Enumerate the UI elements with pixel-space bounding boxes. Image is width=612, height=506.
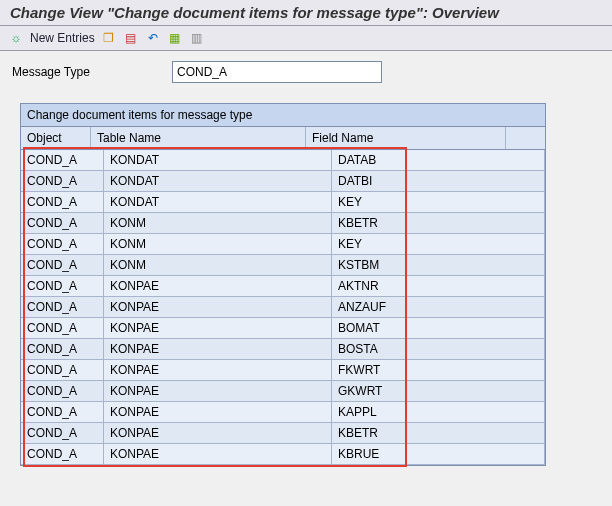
cell-field-name[interactable]: KEY bbox=[332, 192, 545, 212]
cell-field-name[interactable]: BOMAT bbox=[332, 318, 545, 338]
cell-field-name[interactable]: KBETR bbox=[332, 423, 545, 443]
cell-field-name[interactable]: BOSTA bbox=[332, 339, 545, 359]
cell-table-name[interactable]: KONDAT bbox=[104, 150, 332, 170]
cell-field-name[interactable]: DATAB bbox=[332, 150, 545, 170]
cell-object[interactable]: COND_A bbox=[21, 213, 104, 233]
cell-field-name[interactable]: GKWRT bbox=[332, 381, 545, 401]
cell-field-name[interactable]: KEY bbox=[332, 234, 545, 254]
table-row[interactable]: COND_AKONPAEGKWRT bbox=[21, 381, 545, 402]
cell-field-name[interactable]: FKWRT bbox=[332, 360, 545, 380]
table-row[interactable]: COND_AKONDATDATAB bbox=[21, 150, 545, 171]
cell-object[interactable]: COND_A bbox=[21, 171, 104, 191]
table-row[interactable]: COND_AKONMKEY bbox=[21, 234, 545, 255]
cell-table-name[interactable]: KONPAE bbox=[104, 318, 332, 338]
cell-object[interactable]: COND_A bbox=[21, 402, 104, 422]
cell-object[interactable]: COND_A bbox=[21, 360, 104, 380]
table-row[interactable]: COND_AKONPAEAKTNR bbox=[21, 276, 545, 297]
cell-table-name[interactable]: KONPAE bbox=[104, 297, 332, 317]
table-body: COND_AKONDATDATABCOND_AKONDATDATBICOND_A… bbox=[21, 150, 545, 465]
cell-object[interactable]: COND_A bbox=[21, 297, 104, 317]
col-table-name[interactable]: Table Name bbox=[91, 127, 306, 149]
undo-icon[interactable]: ↶ bbox=[145, 30, 161, 46]
cell-field-name[interactable]: KAPPL bbox=[332, 402, 545, 422]
table-row[interactable]: COND_AKONPAEBOMAT bbox=[21, 318, 545, 339]
message-type-row: Message Type bbox=[0, 51, 612, 103]
toolbar: ☼ New Entries ❐ ▤ ↶ ▦ ▥ bbox=[0, 26, 612, 51]
message-type-label: Message Type bbox=[12, 65, 162, 79]
table-row[interactable]: COND_AKONMKSTBM bbox=[21, 255, 545, 276]
cell-table-name[interactable]: KONPAE bbox=[104, 339, 332, 359]
cell-field-name[interactable]: KSTBM bbox=[332, 255, 545, 275]
cell-table-name[interactable]: KONPAE bbox=[104, 402, 332, 422]
table-row[interactable]: COND_AKONPAEKBRUE bbox=[21, 444, 545, 465]
delete-icon[interactable]: ▤ bbox=[123, 30, 139, 46]
cell-object[interactable]: COND_A bbox=[21, 255, 104, 275]
cell-table-name[interactable]: KONPAE bbox=[104, 423, 332, 443]
cell-table-name[interactable]: KONPAE bbox=[104, 276, 332, 296]
cell-object[interactable]: COND_A bbox=[21, 444, 104, 464]
cell-table-name[interactable]: KONM bbox=[104, 234, 332, 254]
cell-field-name[interactable]: KBRUE bbox=[332, 444, 545, 464]
cell-table-name[interactable]: KONDAT bbox=[104, 171, 332, 191]
page-title: Change View "Change document items for m… bbox=[0, 0, 612, 26]
table-row[interactable]: COND_AKONDATDATBI bbox=[21, 171, 545, 192]
cell-field-name[interactable]: AKTNR bbox=[332, 276, 545, 296]
select-all-icon[interactable]: ▦ bbox=[167, 30, 183, 46]
deselect-all-icon[interactable]: ▥ bbox=[189, 30, 205, 46]
cell-table-name[interactable]: KONPAE bbox=[104, 381, 332, 401]
cell-object[interactable]: COND_A bbox=[21, 381, 104, 401]
table-row[interactable]: COND_AKONPAEBOSTA bbox=[21, 339, 545, 360]
cell-object[interactable]: COND_A bbox=[21, 339, 104, 359]
cell-field-name[interactable]: DATBI bbox=[332, 171, 545, 191]
cell-object[interactable]: COND_A bbox=[21, 423, 104, 443]
cell-object[interactable]: COND_A bbox=[21, 234, 104, 254]
table-row[interactable]: COND_AKONPAEFKWRT bbox=[21, 360, 545, 381]
col-field-name[interactable]: Field Name bbox=[306, 127, 506, 149]
expand-icon[interactable]: ☼ bbox=[8, 30, 24, 46]
cell-field-name[interactable]: ANZAUF bbox=[332, 297, 545, 317]
copy-icon[interactable]: ❐ bbox=[101, 30, 117, 46]
table-header: Object Table Name Field Name bbox=[21, 127, 545, 150]
cell-table-name[interactable]: KONDAT bbox=[104, 192, 332, 212]
message-type-input[interactable] bbox=[172, 61, 382, 83]
cell-object[interactable]: COND_A bbox=[21, 276, 104, 296]
page-title-text: Change View "Change document items for m… bbox=[10, 4, 499, 21]
cell-table-name[interactable]: KONPAE bbox=[104, 360, 332, 380]
cell-object[interactable]: COND_A bbox=[21, 150, 104, 170]
table-title: Change document items for message type bbox=[21, 104, 545, 127]
col-object[interactable]: Object bbox=[21, 127, 91, 149]
cell-table-name[interactable]: KONPAE bbox=[104, 444, 332, 464]
new-entries-button[interactable]: New Entries bbox=[30, 31, 95, 45]
cell-field-name[interactable]: KBETR bbox=[332, 213, 545, 233]
table-row[interactable]: COND_AKONMKBETR bbox=[21, 213, 545, 234]
cell-table-name[interactable]: KONM bbox=[104, 255, 332, 275]
cell-object[interactable]: COND_A bbox=[21, 192, 104, 212]
cell-table-name[interactable]: KONM bbox=[104, 213, 332, 233]
cell-object[interactable]: COND_A bbox=[21, 318, 104, 338]
items-table: Change document items for message type O… bbox=[20, 103, 546, 466]
table-row[interactable]: COND_AKONDATKEY bbox=[21, 192, 545, 213]
table-row[interactable]: COND_AKONPAEANZAUF bbox=[21, 297, 545, 318]
table-row[interactable]: COND_AKONPAEKAPPL bbox=[21, 402, 545, 423]
table-row[interactable]: COND_AKONPAEKBETR bbox=[21, 423, 545, 444]
